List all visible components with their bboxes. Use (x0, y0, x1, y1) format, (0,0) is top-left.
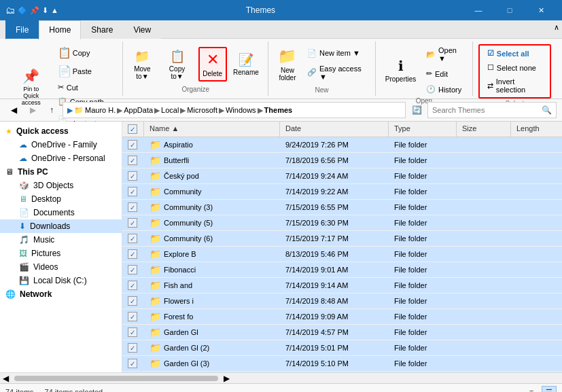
search-input[interactable] (432, 106, 539, 114)
row-checkbox[interactable]: ✓ (122, 340, 144, 355)
back-button[interactable]: ◀ (5, 102, 22, 118)
open-button[interactable]: 📂 Open ▼ (423, 44, 467, 65)
header-length[interactable]: Length (511, 122, 562, 137)
row-checkbox[interactable]: ✓ (122, 356, 144, 371)
checkbox-checked[interactable]: ✓ (128, 312, 137, 321)
table-row[interactable]: ✓ 📁 Garden Gl (2) 7/14/2019 5:01 PM File… (122, 340, 562, 356)
header-name[interactable]: Name ▲ (144, 122, 280, 137)
row-checkbox[interactable]: ✓ (122, 278, 144, 293)
move-to-button[interactable]: 📁 Moveto▼ (128, 46, 156, 84)
checkbox-checked[interactable]: ✓ (128, 296, 137, 306)
table-row[interactable]: ✓ 📁 Explore B 8/13/2019 5:46 PM File fol… (122, 247, 562, 262)
minimize-button[interactable]: — (463, 0, 494, 20)
table-row[interactable]: ✓ 📁 Fish and 7/14/2019 9:14 AM File fold… (122, 278, 562, 293)
row-checkbox[interactable]: ✓ (122, 325, 144, 340)
table-row[interactable]: ✓ 📁 Fibonacci 7/14/2019 9:01 AM File fol… (122, 262, 562, 278)
header-date[interactable]: Date (280, 122, 389, 137)
close-button[interactable]: ✕ (525, 0, 557, 20)
checkbox-checked[interactable]: ✓ (128, 265, 137, 274)
table-row[interactable]: ✓ 📁 Butterfli 7/18/2019 6:56 PM File fol… (122, 153, 562, 168)
row-checkbox[interactable]: ✓ (122, 247, 144, 262)
row-checkbox[interactable]: ✓ (122, 153, 144, 168)
sidebar-item-local-disk[interactable]: 💾 Local Disk (C:) (0, 274, 122, 287)
paste-button[interactable]: 📄 Paste (54, 63, 118, 79)
sidebar-item-onedrive-personal[interactable]: ☁ OneDrive - Personal (0, 152, 122, 165)
sidebar-item-onedrive-family[interactable]: ☁ OneDrive - Family (0, 138, 122, 152)
checkbox-checked[interactable]: ✓ (128, 234, 137, 243)
row-checkbox[interactable]: ✓ (122, 293, 144, 308)
checkbox-checked[interactable]: ✓ (128, 187, 137, 196)
invert-selection-button[interactable]: ⇄ Invert selection (484, 75, 546, 96)
row-checkbox[interactable]: ✓ (122, 231, 144, 246)
tab-view[interactable]: View (123, 20, 161, 39)
up-button[interactable]: ↑ (43, 102, 60, 118)
table-row[interactable]: ✓ 📁 Forest fo 7/14/2019 9:09 AM File fol… (122, 309, 562, 325)
easy-access-button[interactable]: 🔗 Easy access ▼ (304, 63, 370, 83)
row-checkbox[interactable]: ✓ (122, 262, 144, 277)
expand-ribbon-button[interactable]: ∧ (551, 20, 562, 39)
sidebar-item-documents[interactable]: 📄 Documents (0, 206, 122, 219)
table-row[interactable]: ✓ 📁 Community (5) 7/15/2019 6:30 PM File… (122, 215, 562, 231)
header-checkbox-box[interactable]: ✓ (128, 124, 137, 134)
header-size[interactable]: Size (457, 122, 511, 137)
cut-button[interactable]: ✂ Cut (54, 81, 118, 94)
details-view-button[interactable]: ☰ (542, 386, 557, 392)
delete-button[interactable]: ✕ Delete (198, 47, 227, 82)
copy-to-button[interactable]: 📋 Copy to▼ (158, 46, 195, 84)
address-path[interactable]: ▶ 📁 Mauro H. ▶ AppData ▶ Local ▶ Microso… (63, 102, 406, 118)
scroll-left-btn[interactable]: ◀ (0, 374, 12, 383)
sidebar-item-3d-objects[interactable]: 🎲 3D Objects (0, 179, 122, 192)
checkbox-checked[interactable]: ✓ (128, 156, 137, 165)
properties-button[interactable]: ℹ Properties (381, 54, 420, 86)
table-row[interactable]: ✓ 📁 Český pod 7/14/2019 9:24 AM File fol… (122, 168, 562, 184)
sidebar-item-desktop[interactable]: 🖥 Desktop (0, 192, 122, 206)
row-checkbox[interactable]: ✓ (122, 168, 144, 183)
checkbox-checked[interactable]: ✓ (128, 218, 137, 228)
tab-home[interactable]: Home (39, 20, 81, 39)
new-item-button[interactable]: 📄 New item ▼ (304, 47, 370, 60)
checkbox-checked[interactable]: ✓ (128, 343, 137, 353)
checkbox-checked[interactable]: ✓ (128, 359, 137, 368)
copy-button[interactable]: 📋 Copy (54, 44, 118, 61)
sidebar-item-downloads[interactable]: ⬇ Downloads (0, 219, 122, 233)
tab-file[interactable]: File (5, 20, 39, 39)
row-checkbox[interactable]: ✓ (122, 215, 144, 230)
select-none-button[interactable]: ☐ Select none (484, 61, 546, 74)
header-type[interactable]: Type (389, 122, 457, 137)
row-checkbox[interactable]: ✓ (122, 309, 144, 324)
sidebar-item-this-pc[interactable]: 🖥 This PC (0, 165, 122, 179)
row-checkbox[interactable]: ✓ (122, 372, 144, 372)
sidebar-item-music[interactable]: 🎵 Music (0, 233, 122, 247)
maximize-button[interactable]: □ (494, 0, 525, 20)
header-checkbox[interactable]: ✓ (122, 122, 144, 137)
row-checkbox[interactable]: ✓ (122, 200, 144, 215)
checkbox-checked[interactable]: ✓ (128, 281, 137, 290)
select-all-button[interactable]: ☑ Select all (484, 47, 546, 60)
sidebar-item-videos[interactable]: 🎬 Videos (0, 260, 122, 274)
edit-button[interactable]: ✏ Edit (423, 67, 467, 80)
list-view-button[interactable]: ≡ (524, 386, 539, 392)
table-row[interactable]: ✓ 📁 Aspiratio 9/24/2019 7:26 PM File fol… (122, 137, 562, 153)
table-row[interactable]: ✓ 📁 Garden Gl 7/14/2019 4:57 PM File fol… (122, 325, 562, 340)
sidebar-item-network[interactable]: 🌐 Network (0, 287, 122, 301)
table-row[interactable]: ✓ 📁 Community (6) 7/15/2019 7:17 PM File… (122, 231, 562, 247)
scroll-bar[interactable] (14, 376, 218, 381)
row-checkbox[interactable]: ✓ (122, 137, 144, 152)
row-checkbox[interactable]: ✓ (122, 184, 144, 199)
horizontal-scrollbar[interactable]: ◀ ▶ (0, 372, 562, 383)
checkbox-checked[interactable]: ✓ (128, 202, 137, 212)
table-row[interactable]: ✓ 📁 Community (3) 7/15/2019 6:55 PM File… (122, 200, 562, 215)
rename-button[interactable]: 📝 Rename (230, 49, 262, 79)
new-folder-button[interactable]: 📁 Newfolder (274, 44, 301, 85)
sidebar-item-pictures[interactable]: 🖼 Pictures (0, 247, 122, 260)
tab-share[interactable]: Share (81, 20, 123, 39)
table-row[interactable]: ✓ 📁 Community 7/14/2019 9:22 AM File fol… (122, 184, 562, 200)
forward-button[interactable]: ▶ (24, 102, 41, 118)
checkbox-checked[interactable]: ✓ (128, 327, 137, 337)
table-row[interactable]: ✓ 📁 Garden Se 7/15/2019 7:11 PM File fol… (122, 372, 562, 372)
table-row[interactable]: ✓ 📁 Garden Gl (3) 7/14/2019 5:10 PM File… (122, 356, 562, 372)
sidebar-item-quick-access[interactable]: ★ Quick access (0, 124, 122, 138)
checkbox-checked[interactable]: ✓ (128, 249, 137, 259)
refresh-button[interactable]: 🔄 (408, 102, 425, 118)
history-button[interactable]: 🕐 History (423, 83, 467, 96)
